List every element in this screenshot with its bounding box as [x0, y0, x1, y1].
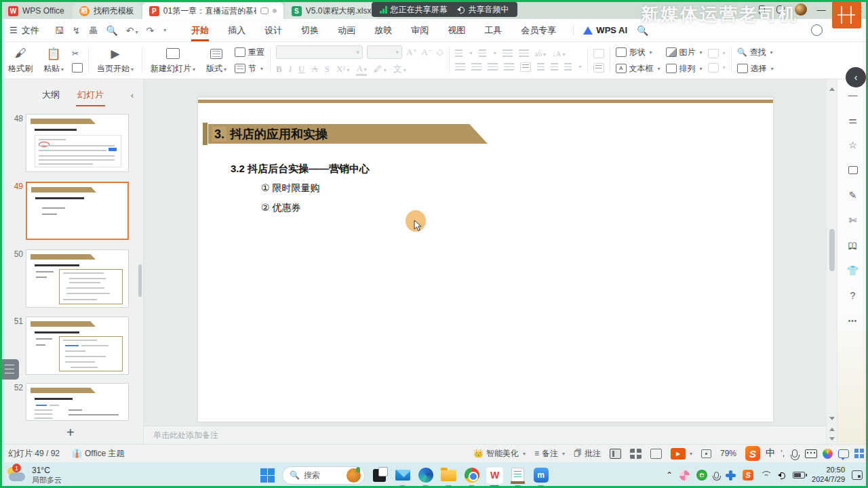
notes-area[interactable]: 单击此处添加备注 [144, 426, 837, 444]
edge-app-button[interactable] [417, 467, 434, 484]
slides-tab[interactable]: 幻灯片 [77, 89, 104, 101]
minimize-button[interactable]: — [816, 5, 826, 14]
device-sync-icon[interactable] [757, 5, 766, 14]
phonetic-guide-icon[interactable]: ab̄▾ [535, 49, 546, 58]
slide-thumbnail-52[interactable] [26, 383, 129, 421]
export-icon[interactable]: ↯ [73, 25, 81, 36]
copy-pages-icon[interactable] [847, 164, 859, 176]
clock[interactable]: 20:50 2024/7/29 [812, 466, 845, 485]
skin-theme-icon[interactable]: 👕 [847, 264, 859, 277]
main-scrollbar[interactable] [826, 79, 837, 444]
text-tools-icon[interactable] [593, 63, 604, 73]
add-slide-button[interactable]: + [66, 425, 75, 441]
char-spacing-button[interactable]: A [311, 64, 317, 75]
normal-view-button[interactable] [610, 449, 621, 459]
font-color-button[interactable]: A▾ [356, 63, 366, 76]
file-menu[interactable]: ☰ 文件 [0, 24, 47, 37]
font-family-select[interactable]: ▾ [276, 45, 363, 59]
floating-list-widget[interactable] [0, 359, 19, 380]
comments-button[interactable]: 🗍 批注 [574, 448, 601, 460]
tab-docer-templates[interactable]: 稻 找稻壳模板 [73, 3, 141, 19]
ime-mode-indicator[interactable]: 中 [766, 447, 775, 460]
highlight-color-button[interactable]: 🖉▾ [374, 64, 387, 75]
section-button[interactable]: 节▾ [235, 63, 264, 75]
slide-list-item-1[interactable]: ① 限时限量购 [261, 182, 319, 195]
tab-slideshow[interactable]: 放映 [366, 19, 401, 42]
italic-button[interactable]: I [289, 64, 292, 75]
chart-icon[interactable] [708, 49, 719, 58]
slide-canvas[interactable]: 3.抖店的应用和实操 3.2 抖店后台实操——营销中心 ① 限时限量购 ② 优惠… [198, 98, 773, 422]
slide-thumbnail-48[interactable] [26, 114, 129, 172]
tab-spreadsheet[interactable]: S V5.0课程大纲.xlsx [285, 3, 378, 19]
print-icon[interactable]: 🖶 [88, 25, 98, 36]
find-button[interactable]: 🔍查找▾ [737, 47, 774, 58]
tab-home[interactable]: 开始 [182, 19, 218, 42]
tab-review[interactable]: 审阅 [402, 19, 437, 42]
format-painter-button[interactable]: 🖌 格式刷 [5, 45, 35, 76]
slideshow-play-button[interactable]: ▶▾ [671, 448, 692, 460]
more-qat-icon[interactable]: ▾ [163, 27, 166, 33]
tab-insert[interactable]: 插入 [219, 19, 254, 42]
start-button[interactable] [259, 467, 276, 484]
battery-icon[interactable] [793, 472, 805, 479]
more-dots-icon[interactable]: ••• [847, 314, 859, 327]
properties-sliders-icon[interactable]: ⚌ [847, 114, 859, 126]
slide-subtitle[interactable]: 3.2 抖店后台实操——营销中心 [231, 163, 370, 176]
zoom-level[interactable]: 79% [720, 449, 736, 458]
scrollbar-thumb[interactable] [829, 229, 835, 271]
superscript-button[interactable]: X²▾ [336, 64, 349, 75]
pinwheel-tray-icon[interactable] [679, 470, 690, 481]
task-view-button[interactable] [371, 467, 388, 484]
font-size-select[interactable]: ▾ [367, 45, 402, 59]
panel-scrollbar-thumb[interactable] [138, 264, 142, 297]
collapse-rail-icon[interactable]: — [847, 89, 859, 101]
ime-mic-icon[interactable] [792, 449, 797, 458]
chrome-app-button[interactable] [463, 467, 480, 484]
scroll-down-icon[interactable] [829, 417, 835, 420]
volume-icon[interactable] [778, 471, 786, 479]
collapse-panel-button[interactable]: ‹ [846, 67, 866, 87]
slide-thumbnail-51[interactable] [26, 317, 129, 375]
underline-button[interactable]: U [298, 64, 304, 75]
print-preview-icon[interactable]: 🔍 [106, 25, 117, 36]
reference-book-icon[interactable]: 🕮 [847, 239, 859, 251]
spacing-options-icon[interactable] [564, 63, 572, 71]
slide-thumbnail-50[interactable] [26, 249, 129, 308]
tab-member[interactable]: 会员专享 [512, 19, 565, 42]
paste-button[interactable]: 📋 粘贴▾ [41, 45, 66, 76]
antivirus-tray-icon[interactable] [696, 470, 707, 481]
align-center-icon[interactable] [471, 63, 481, 71]
ime-punctuation-icon[interactable]: ’, [781, 449, 785, 458]
user-avatar[interactable] [795, 3, 807, 16]
scroll-up-icon[interactable] [829, 87, 835, 91]
notification-center-icon[interactable] [852, 470, 863, 480]
favorites-star-icon[interactable]: ☆ [847, 139, 859, 151]
panel-collapse-icon[interactable]: ‹ [131, 90, 134, 100]
reading-view-button[interactable] [650, 449, 662, 459]
slide-list-item-2[interactable]: ② 优惠券 [261, 202, 300, 214]
slide-thumbnail-49-selected[interactable] [26, 182, 129, 240]
copy-icon[interactable] [72, 63, 83, 73]
fit-slide-button[interactable] [701, 449, 711, 458]
tab-transition[interactable]: 切换 [292, 19, 328, 42]
align-right-icon[interactable] [488, 63, 498, 71]
outline-tab[interactable]: 大纲 [42, 89, 60, 101]
decrease-indent-icon[interactable] [502, 49, 513, 58]
taskbar-search[interactable]: 🔍 搜索 [282, 466, 365, 485]
comment-bubble-icon[interactable] [260, 7, 269, 14]
notes-app-button[interactable] [509, 467, 526, 484]
microphone-tray-icon[interactable] [714, 472, 719, 479]
tab-tools[interactable]: 工具 [475, 19, 511, 42]
arrange-button[interactable]: 排列▾ [666, 63, 703, 75]
smart-beautify-button[interactable]: 👑 智能美化▾ [473, 448, 526, 460]
columns-icon[interactable] [520, 62, 531, 72]
meeting-tray-icon[interactable] [726, 470, 736, 481]
increase-indent-icon[interactable] [519, 49, 529, 58]
weather-widget[interactable]: 1 31°C 局部多云 [0, 466, 62, 484]
signature-pen-icon[interactable]: ✎ [847, 189, 859, 201]
cut-button[interactable]: ✂ [72, 49, 83, 58]
next-slide-icon[interactable] [829, 437, 835, 441]
numbered-list-icon[interactable] [479, 49, 486, 58]
tab-design[interactable]: 设计 [256, 19, 291, 42]
decrease-font-button[interactable]: A⁻ [421, 47, 432, 58]
